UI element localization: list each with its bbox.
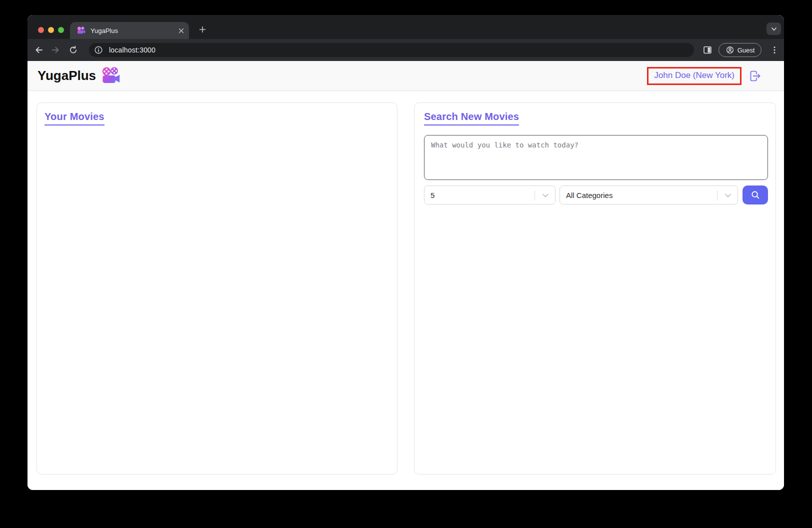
annotation-highlight-box: John Doe (New York) bbox=[647, 67, 742, 85]
app-title: YugaPlus bbox=[38, 68, 96, 84]
category-select[interactable]: All Categories bbox=[560, 186, 738, 204]
tab-title: YugaPlus bbox=[90, 27, 178, 34]
profile-avatar-icon bbox=[726, 46, 734, 54]
reload-icon[interactable] bbox=[68, 45, 78, 55]
side-panel-icon[interactable] bbox=[702, 45, 712, 55]
browser-window: YugaPlus bbox=[28, 15, 784, 490]
logout-icon[interactable] bbox=[748, 70, 761, 82]
your-movies-panel: Your Movies bbox=[36, 102, 398, 474]
results-count-value: 5 bbox=[430, 191, 434, 200]
app-header: YugaPlus John Doe (New York) bbox=[28, 61, 784, 91]
search-input[interactable] bbox=[424, 135, 768, 180]
select-divider bbox=[717, 190, 718, 200]
tab-close-icon[interactable] bbox=[178, 28, 184, 34]
results-count-select[interactable]: 5 bbox=[424, 186, 556, 204]
minimize-window-button[interactable] bbox=[48, 27, 54, 33]
main-content: Your Movies Search New Movies 5 All Cate… bbox=[28, 91, 784, 490]
new-tab-button[interactable] bbox=[196, 23, 209, 36]
search-icon bbox=[750, 190, 760, 200]
chevron-down-icon bbox=[725, 194, 731, 198]
tab-strip: YugaPlus bbox=[28, 15, 784, 39]
browser-menu-icon[interactable] bbox=[770, 45, 780, 55]
user-location-label[interactable]: John Doe (New York) bbox=[654, 70, 734, 80]
forward-icon[interactable] bbox=[50, 45, 60, 55]
your-movies-title: Your Movies bbox=[44, 111, 104, 126]
tab-search-chevron-button[interactable] bbox=[766, 22, 781, 35]
tab-favicon-movie-camera-icon bbox=[77, 26, 86, 35]
address-bar[interactable]: localhost:3000 bbox=[89, 43, 694, 57]
url-text[interactable]: localhost:3000 bbox=[109, 46, 156, 54]
browser-tab[interactable]: YugaPlus bbox=[70, 22, 189, 39]
maximize-window-button[interactable] bbox=[58, 27, 64, 33]
back-icon[interactable] bbox=[34, 45, 44, 55]
profile-label: Guest bbox=[738, 46, 755, 54]
profile-button[interactable]: Guest bbox=[718, 43, 762, 57]
close-window-button[interactable] bbox=[38, 27, 44, 33]
site-info-icon[interactable] bbox=[94, 45, 104, 55]
browser-toolbar: localhost:3000 Guest bbox=[28, 39, 784, 61]
search-controls: 5 All Categories bbox=[424, 186, 768, 204]
category-value: All Categories bbox=[566, 191, 612, 200]
select-divider bbox=[534, 190, 535, 200]
movie-camera-logo-icon bbox=[102, 67, 120, 86]
search-movies-title: Search New Movies bbox=[424, 111, 519, 126]
search-movies-panel: Search New Movies 5 All Categories bbox=[414, 102, 776, 474]
search-button[interactable] bbox=[742, 186, 768, 204]
chevron-down-icon bbox=[542, 194, 548, 198]
